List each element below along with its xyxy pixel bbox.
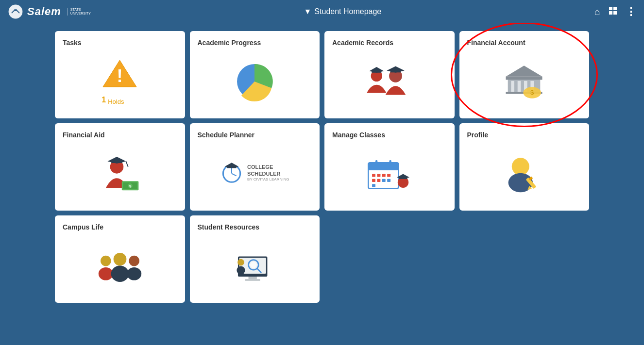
- logo-subtitle: STATEUNIVERSITY: [67, 8, 91, 16]
- svg-rect-38: [227, 166, 236, 168]
- tile-profile-title: Profile: [467, 131, 489, 139]
- tile-academic-records-title: Academic Records: [332, 39, 393, 47]
- logo-text: Salem: [27, 5, 61, 18]
- svg-rect-47: [387, 174, 390, 177]
- tile-profile[interactable]: Profile: [459, 123, 590, 211]
- tile-academic-progress-icon-area: [198, 52, 312, 111]
- calendar-grad-icon: [366, 153, 412, 195]
- tile-manage-classes-icon-area: [332, 145, 447, 203]
- svg-rect-69: [248, 277, 256, 279]
- tile-academic-progress-title: Academic Progress: [198, 39, 261, 47]
- svg-point-74: [237, 259, 244, 266]
- svg-point-0: [9, 5, 23, 19]
- tile-financial-aid-icon-area: $: [63, 145, 177, 203]
- tile-student-resources-title: Student Resources: [198, 223, 260, 231]
- tile-financial-account-wrapper: Financial Account: [459, 31, 590, 118]
- pie-chart-icon: [233, 60, 276, 103]
- svg-rect-41: [369, 166, 399, 170]
- profile-icon: [502, 153, 546, 195]
- header-logo: Salem STATEUNIVERSITY: [8, 4, 91, 19]
- svg-rect-43: [390, 160, 391, 166]
- tile-schedule-planner-title: Schedule Planner: [198, 131, 254, 139]
- svg-point-65: [129, 256, 139, 266]
- student-resources-icon: [232, 246, 278, 285]
- tile-financial-aid-title: Financial Aid: [63, 131, 105, 139]
- svg-marker-27: [108, 157, 126, 164]
- svg-rect-51: [387, 179, 390, 181]
- svg-point-63: [113, 253, 126, 266]
- tile-academic-progress[interactable]: Academic Progress: [190, 31, 320, 118]
- warning-icon: !: [102, 58, 138, 89]
- empty-slot-3: [324, 215, 455, 303]
- svg-rect-42: [375, 160, 377, 166]
- tile-campus-life[interactable]: Campus Life: [55, 215, 185, 303]
- svg-text:$: $: [530, 89, 534, 96]
- tile-tasks-icon-area: ! 1 Holds: [63, 52, 177, 111]
- tile-financial-account[interactable]: Financial Account: [459, 31, 590, 118]
- tile-manage-classes-title: Manage Classes: [332, 131, 385, 139]
- holds-label: Holds: [108, 98, 124, 105]
- tile-tasks-title: Tasks: [63, 39, 82, 47]
- bank-icon: $: [500, 61, 548, 102]
- tile-student-resources[interactable]: Student Resources: [190, 215, 320, 303]
- holds-container: 1 Holds: [102, 94, 138, 105]
- svg-point-64: [111, 266, 129, 282]
- more-menu-icon[interactable]: ⋮: [626, 5, 636, 18]
- svg-rect-45: [377, 174, 381, 177]
- svg-point-72: [250, 262, 257, 268]
- svg-point-56: [512, 158, 529, 175]
- tile-campus-life-title: Campus Life: [63, 223, 103, 231]
- tile-financial-account-icon-area: $: [467, 52, 582, 111]
- tile-profile-icon-area: [467, 145, 582, 203]
- tile-academic-records[interactable]: Academic Records: [324, 31, 455, 118]
- main-content: Tasks ! 1 Holds Acade: [0, 23, 644, 345]
- svg-point-61: [101, 256, 111, 266]
- logo-icon: [8, 4, 23, 19]
- svg-rect-3: [609, 11, 612, 15]
- header-title: ▼ Student Homepage: [304, 7, 382, 16]
- svg-rect-46: [382, 174, 386, 177]
- tile-financial-account-title: Financial Account: [467, 39, 525, 47]
- svg-rect-44: [372, 174, 375, 177]
- svg-marker-10: [369, 67, 384, 73]
- tile-campus-life-icon-area: [63, 237, 177, 295]
- tile-schedule-planner[interactable]: Schedule Planner: [190, 123, 320, 211]
- svg-point-62: [99, 267, 113, 280]
- svg-rect-49: [377, 179, 381, 181]
- svg-rect-52: [372, 184, 375, 187]
- svg-line-28: [126, 161, 128, 166]
- svg-rect-2: [613, 7, 617, 10]
- header-title-prefix: ▼: [304, 7, 312, 16]
- header: Salem STATEUNIVERSITY ▼ Student Homepage…: [0, 0, 644, 23]
- empty-slot-4: [459, 215, 590, 303]
- tile-manage-classes[interactable]: Manage Classes: [324, 123, 455, 211]
- college-scheduler-clock: [220, 161, 243, 184]
- financial-aid-icon: $: [97, 153, 143, 195]
- tiles-row-2: Financial Aid: [55, 123, 589, 211]
- tile-schedule-planner-icon-area: COLLEGE SCHEDULER BY CIVITAS LEARNING: [198, 145, 312, 203]
- graduation-group-icon: [365, 61, 414, 102]
- svg-marker-14: [387, 66, 405, 72]
- tiles-row-1: Tasks ! 1 Holds Acade: [55, 31, 589, 118]
- tiles-row-3: Campus Life: [55, 215, 589, 303]
- campus-life-icon: [96, 246, 144, 285]
- svg-rect-16: [506, 76, 542, 80]
- tile-student-resources-icon-area: [198, 237, 312, 295]
- home-icon[interactable]: ⌂: [594, 6, 600, 17]
- svg-rect-48: [372, 179, 375, 181]
- tile-tasks[interactable]: Tasks ! 1 Holds: [55, 31, 185, 118]
- svg-text:$: $: [129, 184, 132, 188]
- svg-rect-1: [609, 7, 612, 10]
- header-actions: ⌂ ⋮: [594, 5, 636, 18]
- svg-rect-18: [511, 81, 515, 92]
- header-title-text: Student Homepage: [314, 7, 381, 16]
- svg-rect-4: [613, 11, 617, 15]
- svg-marker-17: [506, 66, 542, 77]
- holds-number: 1: [102, 96, 106, 104]
- tile-financial-aid[interactable]: Financial Aid: [55, 123, 185, 211]
- svg-point-75: [237, 266, 245, 274]
- app-container: Salem STATEUNIVERSITY ▼ Student Homepage…: [0, 0, 644, 345]
- grid-icon[interactable]: [608, 6, 618, 17]
- svg-rect-70: [245, 279, 260, 280]
- svg-rect-19: [518, 81, 521, 92]
